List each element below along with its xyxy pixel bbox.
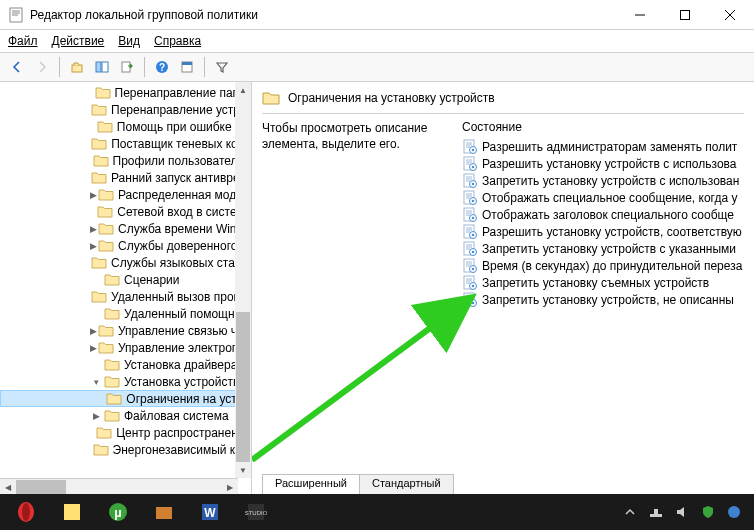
scroll-right-icon[interactable]: ▶: [222, 479, 238, 494]
export-button[interactable]: [116, 56, 138, 78]
taskbar-app-notes[interactable]: [50, 496, 94, 528]
tree-item[interactable]: Службы языковых станда: [0, 254, 251, 271]
scroll-thumb[interactable]: [16, 480, 66, 494]
tree-item[interactable]: Сценарии: [0, 271, 251, 288]
tree-item[interactable]: Удаленный помощник: [0, 305, 251, 322]
twisty-icon[interactable]: ▶: [90, 222, 97, 235]
tree-item[interactable]: Центр распространения: [0, 424, 251, 441]
tree-item[interactable]: Энергонезависимый кэш: [0, 441, 251, 458]
svg-text:?: ?: [159, 62, 165, 73]
twisty-icon[interactable]: ▾: [90, 375, 103, 388]
tree-item-label: Установка драйвера: [124, 358, 237, 372]
description-text: Чтобы просмотреть описание элемента, выд…: [262, 120, 462, 494]
svg-point-57: [472, 250, 475, 253]
svg-rect-79: [64, 504, 80, 520]
twisty-icon[interactable]: [90, 443, 92, 456]
tree-item[interactable]: ▾Установка устройства: [0, 373, 251, 390]
twisty-icon[interactable]: [90, 307, 103, 320]
maximize-button[interactable]: [662, 1, 707, 29]
tree-item[interactable]: ▶Службы доверенного пл: [0, 237, 251, 254]
tree-item-label: Перенаправление устрой: [111, 103, 251, 117]
taskbar-app-word[interactable]: W: [188, 496, 232, 528]
twisty-icon[interactable]: [90, 120, 96, 133]
scroll-down-icon[interactable]: ▼: [235, 462, 251, 478]
twisty-icon[interactable]: ▶: [90, 409, 103, 422]
policy-item[interactable]: Разрешить установку устройств с использо…: [462, 155, 754, 172]
tree-item[interactable]: Ранний запуск антивредс: [0, 169, 251, 186]
policy-item[interactable]: Отображать специальное сообщение, когда …: [462, 189, 754, 206]
twisty-icon[interactable]: ▶: [90, 188, 97, 201]
column-header-state[interactable]: Состояние: [462, 120, 754, 138]
tree[interactable]: Перенаправление папокПеренаправление уст…: [0, 82, 251, 477]
tree-item[interactable]: Перенаправление устрой: [0, 101, 251, 118]
back-button[interactable]: [6, 56, 28, 78]
policy-item[interactable]: Разрешить установку устройств, соответст…: [462, 223, 754, 240]
forward-button[interactable]: [31, 56, 53, 78]
up-button[interactable]: [66, 56, 88, 78]
tab-standard[interactable]: Стандартный: [359, 474, 454, 494]
scroll-thumb[interactable]: [236, 312, 250, 462]
menu-view[interactable]: Вид: [118, 34, 140, 48]
tree-item[interactable]: Сетевой вход в систему: [0, 203, 251, 220]
close-button[interactable]: [707, 1, 752, 29]
tree-item[interactable]: ▶Файловая система: [0, 407, 251, 424]
scroll-left-icon[interactable]: ◀: [0, 479, 16, 494]
twisty-icon[interactable]: [90, 426, 95, 439]
tree-item[interactable]: Установка драйвера: [0, 356, 251, 373]
tree-item[interactable]: Помощь при ошибке «О: [0, 118, 251, 135]
policy-item[interactable]: Запретить установку устройств с использо…: [462, 172, 754, 189]
tree-item[interactable]: Профили пользователей: [0, 152, 251, 169]
twisty-icon[interactable]: ▶: [90, 239, 97, 252]
tree-item-label: Установка устройства: [124, 375, 246, 389]
policy-item[interactable]: Запретить установку съемных устройств: [462, 274, 754, 291]
properties-button[interactable]: [176, 56, 198, 78]
twisty-icon[interactable]: [90, 154, 92, 167]
taskbar-app-utorrent[interactable]: µ: [96, 496, 140, 528]
help-button[interactable]: ?: [151, 56, 173, 78]
svg-point-33: [472, 182, 475, 185]
tree-vertical-scrollbar[interactable]: ▲ ▼: [235, 82, 251, 478]
twisty-icon[interactable]: ▶: [90, 324, 97, 337]
tree-item-label: Удаленный помощник: [124, 307, 247, 321]
tray-shield-icon[interactable]: [700, 504, 716, 520]
tree-item-label: Распределенная модель: [118, 188, 251, 202]
tray-app-icon[interactable]: [726, 504, 742, 520]
twisty-icon[interactable]: [90, 86, 94, 99]
policy-item[interactable]: Запретить установку устройств, не описан…: [462, 291, 754, 308]
svg-point-89: [728, 506, 740, 518]
twisty-icon[interactable]: [90, 358, 103, 371]
taskbar-app-opera[interactable]: [4, 496, 48, 528]
tree-item[interactable]: Поставщик теневых копи: [0, 135, 251, 152]
tray-network-icon[interactable]: [648, 504, 664, 520]
policy-item[interactable]: Время (в секундах) до принудительной пер…: [462, 257, 754, 274]
scroll-up-icon[interactable]: ▲: [235, 82, 251, 98]
policy-item[interactable]: Разрешить администраторам заменять полит: [462, 138, 754, 155]
tray-volume-icon[interactable]: [674, 504, 690, 520]
menu-action[interactable]: Действие: [52, 34, 105, 48]
menu-file[interactable]: Файл: [8, 34, 38, 48]
tree-item[interactable]: ▶Управление электропита: [0, 339, 251, 356]
tree-horizontal-scrollbar[interactable]: ◀ ▶: [0, 478, 238, 494]
taskbar-app-files[interactable]: [142, 496, 186, 528]
tree-item[interactable]: ▶Управление связью чере: [0, 322, 251, 339]
twisty-icon[interactable]: ▶: [90, 341, 97, 354]
tree-item[interactable]: ▶Распределенная модель: [0, 186, 251, 203]
tree-item[interactable]: Удаленный вызов процед: [0, 288, 251, 305]
tree-item[interactable]: ▶Служба времени Window: [0, 220, 251, 237]
menu-help[interactable]: Справка: [154, 34, 201, 48]
tree-pane: Перенаправление папокПеренаправление уст…: [0, 82, 252, 494]
tree-item-label: Удаленный вызов процед: [111, 290, 251, 304]
tab-extended[interactable]: Расширенный: [262, 474, 360, 494]
taskbar-app-studio[interactable]: STUDIO: [234, 496, 278, 528]
filter-button[interactable]: [211, 56, 233, 78]
policy-label: Время (в секундах) до принудительной пер…: [482, 259, 742, 273]
policy-item[interactable]: Запретить установку устройств с указанны…: [462, 240, 754, 257]
minimize-button[interactable]: [617, 1, 662, 29]
policy-item[interactable]: Отображать заголовок специального сообще: [462, 206, 754, 223]
tree-item[interactable]: Ограничения на устан: [0, 390, 251, 407]
tray-up-icon[interactable]: [622, 504, 638, 520]
twisty-icon[interactable]: [90, 205, 96, 218]
twisty-icon[interactable]: [90, 273, 103, 286]
show-hide-tree-button[interactable]: [91, 56, 113, 78]
tree-item[interactable]: Перенаправление папок: [0, 84, 251, 101]
